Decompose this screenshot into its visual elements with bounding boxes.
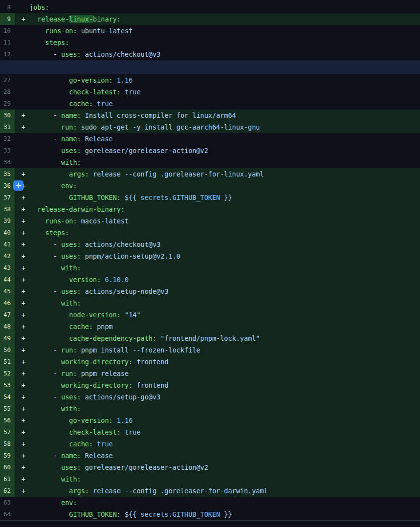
line-number[interactable]: 61 — [0, 473, 15, 485]
diff-line-44: 44+ version: 6.10.0 — [0, 274, 420, 285]
diff-line-62: 62+ args: release --config .goreleaser-f… — [0, 485, 420, 497]
line-number[interactable]: 36 — [0, 180, 15, 192]
diff-line-11: 11 steps: — [0, 37, 420, 48]
line-number[interactable]: 52 — [0, 368, 15, 379]
code-text: env: — [29, 497, 77, 508]
line-number[interactable]: 34 — [0, 156, 15, 168]
line-number[interactable]: 45 — [0, 285, 15, 297]
line-number[interactable]: 37 — [0, 192, 15, 203]
yaml-key: uses: — [61, 463, 81, 471]
yaml-punctuation — [89, 487, 93, 495]
line-number[interactable]: 28 — [0, 86, 15, 98]
yaml-string: }} — [220, 510, 232, 518]
diff-line-10: 10 runs-on: ubuntu-latest — [0, 25, 420, 37]
line-content: with: — [15, 156, 420, 168]
line-content: + with: — [15, 473, 420, 485]
diff-marker: + — [15, 13, 29, 25]
yaml-string: frontend — [136, 381, 168, 389]
line-number[interactable]: 50 — [0, 344, 15, 356]
line-number[interactable]: 64 — [0, 508, 15, 520]
diff-marker — [15, 98, 29, 110]
yaml-constant: 1.16 — [117, 76, 133, 84]
line-number[interactable]: 56 — [0, 415, 15, 426]
line-number[interactable]: 54 — [0, 391, 15, 403]
line-number[interactable]: 42 — [0, 250, 15, 262]
line-number[interactable]: 33 — [0, 145, 15, 156]
expand-hidden-lines-row[interactable] — [0, 60, 420, 74]
line-number[interactable]: 8 — [0, 1, 15, 13]
add-line-comment-button[interactable]: + — [13, 180, 23, 191]
line-number[interactable]: 35 — [0, 168, 15, 180]
line-number[interactable]: 29 — [0, 98, 15, 110]
yaml-string: goreleaser/goreleaser-action@v2 — [85, 147, 208, 154]
line-content: + working-directory: frontend — [15, 356, 420, 368]
yaml-string: sudo apt-get -y install gcc-aarch64-linu… — [81, 123, 260, 131]
line-number[interactable]: 48 — [0, 321, 15, 332]
line-content: env: — [15, 497, 420, 508]
line-number[interactable]: 47 — [0, 309, 15, 321]
code-text: runs-on: ubuntu-latest — [29, 25, 133, 37]
yaml-string: Release — [85, 452, 113, 460]
line-number[interactable]: 59 — [0, 450, 15, 461]
line-number[interactable]: 10 — [0, 25, 15, 37]
yaml-punctuation: - — [53, 370, 61, 377]
line-number[interactable]: 9 — [0, 13, 15, 25]
diff-marker: + — [15, 332, 29, 344]
yaml-punctuation: - — [53, 241, 61, 248]
code-text: working-directory: frontend — [29, 356, 169, 368]
yaml-key: jobs: — [29, 3, 49, 11]
diff-line-31: 31+ run: sudo apt-get -y install gcc-aar… — [0, 121, 420, 133]
diff-line-52: 52+ - run: pnpm release — [0, 368, 420, 379]
line-number[interactable]: 39 — [0, 215, 15, 227]
line-number[interactable]: 27 — [0, 74, 15, 86]
line-number[interactable]: 63 — [0, 497, 15, 508]
yaml-punctuation — [77, 123, 81, 131]
line-number[interactable]: 53 — [0, 379, 15, 391]
yaml-punctuation — [93, 440, 97, 448]
diff-marker: + — [15, 403, 29, 415]
plus-icon: + — [15, 181, 22, 190]
code-text: - uses: actions/checkout@v3 — [29, 239, 160, 250]
line-number[interactable]: 41 — [0, 239, 15, 250]
line-content: + env: — [15, 180, 420, 192]
line-number[interactable]: 31 — [0, 121, 15, 133]
line-number[interactable]: 11 — [0, 37, 15, 48]
line-number[interactable]: 43 — [0, 262, 15, 274]
yaml-string: }} — [220, 194, 232, 201]
line-content: steps: — [15, 37, 420, 48]
line-number[interactable]: 57 — [0, 426, 15, 438]
code-text: - uses: pnpm/action-setup@v2.1.0 — [29, 250, 180, 262]
line-number[interactable]: 49 — [0, 332, 15, 344]
line-number[interactable]: 60 — [0, 461, 15, 473]
line-number[interactable]: 32 — [0, 133, 15, 145]
yaml-key: run: — [61, 370, 77, 377]
diff-line-28: 28 check-latest: true — [0, 86, 420, 98]
line-content: + args: release --config .goreleaser-for… — [15, 485, 420, 497]
yaml-punctuation: - — [53, 346, 61, 354]
line-number[interactable]: 44 — [0, 274, 15, 285]
diff-marker — [15, 497, 29, 508]
line-number[interactable]: 30 — [0, 110, 15, 121]
diff-marker — [15, 74, 29, 86]
yaml-constant: 6.10.0 — [105, 276, 129, 284]
diff-line-32: 32 - name: Release — [0, 133, 420, 145]
yaml-key: uses: — [61, 241, 81, 248]
line-number[interactable]: 46 — [0, 297, 15, 309]
code-text: version: 6.10.0 — [29, 274, 129, 285]
yaml-string: actions/setup-go@v3 — [85, 393, 160, 401]
line-number[interactable]: 58 — [0, 438, 15, 450]
line-number[interactable]: 55 — [0, 403, 15, 415]
line-content: + - uses: actions/setup-node@v3 — [15, 285, 420, 297]
line-number[interactable]: 38 — [0, 203, 15, 215]
line-number[interactable]: 40 — [0, 227, 15, 239]
line-number[interactable]: 51 — [0, 356, 15, 368]
diff-marker: + — [15, 274, 29, 285]
diff-marker: + — [15, 344, 29, 356]
line-number[interactable]: 12 — [0, 48, 15, 60]
yaml-key: uses: — [61, 287, 81, 295]
yaml-constant: true — [97, 440, 113, 448]
line-content: jobs: — [15, 1, 420, 13]
line-number[interactable]: 62 — [0, 485, 15, 497]
yaml-key: name: — [61, 452, 81, 460]
yaml-key: binary: — [93, 15, 121, 23]
